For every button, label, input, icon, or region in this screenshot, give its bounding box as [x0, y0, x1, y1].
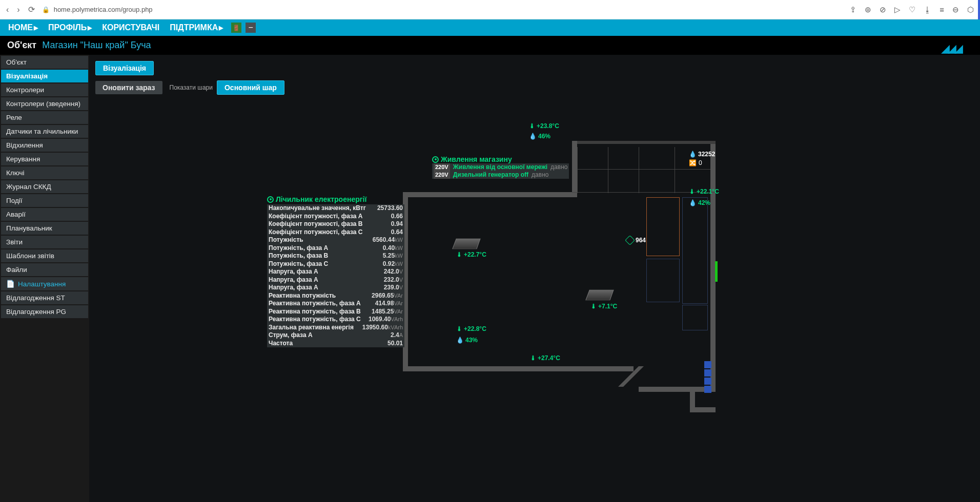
chevron-right-icon: ▶ — [88, 25, 92, 31]
sensor-temp: 🌡+22.1°C — [689, 188, 719, 195]
target-icon — [432, 156, 439, 163]
meter-label: Потужність — [269, 236, 303, 244]
sidebar-item-ctrlsum[interactable]: Контролери (зведення) — [1, 97, 88, 110]
logo-icon: ◢◢◢ — [930, 42, 972, 55]
nav-support[interactable]: ПІДТРИМКА▶ — [166, 21, 227, 34]
collapse-button[interactable]: − — [246, 23, 256, 33]
play-icon[interactable]: ▷ — [894, 5, 901, 14]
vent-icon — [452, 239, 480, 249]
meter-label: Потужність, фаза A — [269, 244, 328, 253]
meter-row: Накопичувальне значення, кВтг25733.60 — [267, 204, 404, 213]
meter-row: Потужність6560.44kW — [267, 236, 404, 244]
profile-icon[interactable]: ⊖ — [952, 5, 959, 14]
cube-icon[interactable]: ⬡ — [967, 5, 974, 14]
exit-button[interactable]: 🚪 — [231, 23, 241, 33]
meter-label: Напруга, фаза A — [269, 284, 318, 292]
top-nav: HOME▶ ПРОФІЛЬ▶ КОРИСТУВАЧІ ПІДТРИМКА▶ 🚪 … — [0, 19, 980, 36]
thermometer-icon: 🌡 — [456, 251, 462, 258]
meter-label: Загальна реактивна енергія — [269, 324, 354, 332]
shield-icon[interactable]: ⊘ — [880, 5, 886, 14]
meter-label: Коефіцієнт потужності, фаза C — [269, 228, 363, 237]
forward-icon[interactable]: › — [17, 5, 19, 14]
sidebar-item-label: Налаштування — [18, 280, 66, 288]
sidebar-item-label: Контролери — [6, 86, 44, 94]
sidebar-item-dev[interactable]: Відхилення — [1, 139, 88, 152]
floorplan-canvas[interactable]: 🌡+23.8°C 💧46% 🌡+22.7°C 🌡+7.1°C 🌡+22.8°C … — [95, 100, 974, 489]
meter-label: Струм, фаза A — [269, 331, 313, 340]
page-title: Об'єкт Магазин "Наш край" Буча — [0, 36, 980, 55]
sensor-temp: 🌡+22.7°C — [456, 251, 486, 258]
meter-row: Напруга, фаза A242.0V — [267, 268, 404, 276]
sidebar-item-ctrl[interactable]: Контролери — [1, 83, 88, 96]
meter-label: Коефіцієнт потужності, фаза A — [269, 213, 363, 221]
meter-value: 5.25kW — [383, 252, 403, 260]
meter-label: Реактивна потужність, фаза C — [269, 316, 361, 324]
layer-main-button[interactable]: Основний шар — [217, 80, 284, 95]
page-icon: 📄 — [6, 280, 15, 288]
people-counter: 964 — [626, 237, 646, 244]
meter-label: Напруга, фаза A — [269, 276, 318, 284]
meter-value: 1069.40VArh — [369, 316, 403, 324]
sidebar-item-sched[interactable]: Планувальник — [1, 222, 88, 235]
nav-profile[interactable]: ПРОФІЛЬ▶ — [44, 21, 96, 34]
sidebar-item-files[interactable]: Файли — [1, 263, 88, 276]
refresh-icon[interactable]: ⟳ — [28, 5, 35, 14]
meter-row: Потужність, фаза B5.25kW — [267, 252, 404, 260]
browser-bar: ‹ › ⟳ 🔒 home.polymetrica.com/group.php ⇪… — [0, 0, 980, 19]
sidebar-item-obj[interactable]: Об'єкт — [1, 56, 88, 69]
meter-value: 2969.65VAr — [372, 292, 403, 300]
meter-value: 0.66 — [391, 213, 403, 221]
back-icon[interactable]: ‹ — [6, 5, 9, 14]
sidebar-item-skkd[interactable]: Журнал СККД — [1, 180, 88, 193]
meter-value: 414.98VAr — [375, 300, 403, 308]
vent-icon — [585, 290, 614, 301]
meter-label: Потужність, фаза C — [269, 260, 328, 268]
sensor-temp: 🌡+7.1°C — [590, 303, 617, 310]
shuffle-icon: 🔀 — [689, 159, 697, 166]
sidebar-item-manage[interactable]: Керування — [1, 153, 88, 165]
sidebar-item-label: Контролери (зведення) — [6, 100, 80, 108]
flow-counter: 💧32252 — [689, 151, 715, 158]
sidebar-item-relay[interactable]: Реле — [1, 111, 88, 124]
target-icon — [267, 196, 274, 203]
sidebar-item-label: Звіти — [6, 238, 23, 246]
meter-row: Напруга, фаза A232.0V — [267, 276, 404, 284]
meter-label: Напруга, фаза A — [269, 268, 318, 276]
meter-value: 239.0V — [384, 284, 403, 292]
sidebar-item-sensors[interactable]: Датчики та лічильники — [1, 125, 88, 138]
sensor-humidity: 💧43% — [456, 337, 478, 344]
meter-value: 0.64 — [391, 228, 403, 237]
menu-icon[interactable]: ≡ — [940, 5, 944, 14]
nav-users[interactable]: КОРИСТУВАЧІ — [98, 21, 164, 34]
sidebar-item-label: Об'єкт — [6, 58, 27, 66]
sidebar-item-alarms[interactable]: Аварії — [1, 208, 88, 221]
url-text[interactable]: home.polymetrica.com/group.php — [54, 6, 153, 13]
sidebar-item-keys[interactable]: Ключі — [1, 166, 88, 179]
sidebar-item-dbgpg[interactable]: Відлагодження PG — [1, 305, 88, 318]
sidebar-item-reports[interactable]: Звіти — [1, 236, 88, 248]
nav-home[interactable]: HOME▶ — [4, 21, 42, 34]
meter-row: Реактивна потужність, фаза B1485.25VAr — [267, 308, 404, 316]
sidebar-item-viz[interactable]: Візуалізація — [1, 70, 88, 82]
power-label: Живлення від основної мережі — [453, 163, 547, 171]
meter-label: Реактивна потужність, фаза B — [269, 308, 361, 316]
sidebar-item-dbgst[interactable]: Відлагодження ST — [1, 291, 88, 304]
sidebar-item-label: Шаблони звітів — [6, 252, 54, 260]
sensor-temp: 🌡+27.4°C — [530, 354, 560, 362]
thermometer-icon: 🌡 — [529, 122, 535, 130]
heart-icon[interactable]: ♡ — [909, 5, 915, 14]
tab-visualization[interactable]: Візуалізація — [95, 61, 154, 75]
refresh-button[interactable]: Оновити зараз — [95, 81, 162, 94]
power-ts: давно — [550, 163, 567, 171]
sidebar-item-tpl[interactable]: Шаблони звітів — [1, 249, 88, 262]
camera-icon[interactable]: ⊚ — [865, 5, 871, 14]
meter-label: Реактивна потужність — [269, 292, 336, 300]
sidebar-item-events[interactable]: Події — [1, 194, 88, 207]
download-icon[interactable]: ⭳ — [924, 5, 931, 14]
meter-row: Потужність, фаза A0.40kW — [267, 244, 404, 253]
ext-icon[interactable]: ⇪ — [850, 5, 856, 14]
meter-label: Потужність, фаза B — [269, 252, 328, 260]
sensor-humidity: 💧42% — [689, 199, 710, 206]
sidebar-item-settings[interactable]: 📄Налаштування — [1, 277, 88, 290]
meter-row: Реактивна потужність2969.65VAr — [267, 292, 404, 300]
